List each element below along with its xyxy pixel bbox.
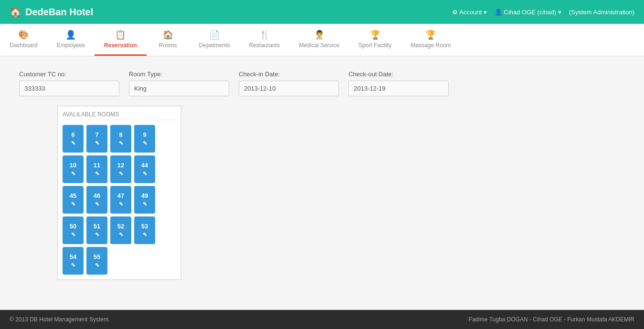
checkin-label: Check-in Date:	[239, 71, 339, 78]
customer-tc-group: Customer TC no:	[19, 71, 119, 96]
brand-title: DedeBan Hotel	[25, 7, 93, 18]
room-number: 55	[94, 253, 100, 260]
room-button-46[interactable]: 46✎	[86, 186, 107, 214]
edit-icon: ✎	[143, 232, 147, 238]
nav-item-restaurants[interactable]: 🍴 Restaurants	[240, 24, 290, 56]
edit-icon: ✎	[119, 140, 123, 146]
room-button-12[interactable]: 12✎	[110, 155, 131, 183]
rooms-icon: 🏠	[163, 30, 173, 40]
nav-label-restaurants: Restaurants	[249, 42, 280, 49]
room-number: 11	[94, 162, 100, 169]
employees-icon: 👤	[65, 30, 76, 40]
edit-icon: ✎	[95, 140, 99, 146]
edit-icon: ✎	[95, 201, 99, 207]
edit-icon: ✎	[143, 140, 147, 146]
edit-icon: ✎	[71, 171, 75, 177]
nav-item-reservation[interactable]: 📋 Reservation	[95, 24, 147, 56]
room-button-47[interactable]: 47✎	[110, 186, 131, 214]
form-row: Customer TC no: Room Type: Check-in Date…	[19, 71, 625, 96]
customer-tc-label: Customer TC no:	[19, 71, 119, 78]
customer-tc-input[interactable]	[19, 81, 119, 96]
room-number: 47	[117, 192, 124, 199]
edit-icon: ✎	[95, 262, 99, 268]
checkout-input[interactable]	[348, 81, 449, 96]
user-dropdown[interactable]: 👤 Cihad OGE (cihad) ▾	[495, 9, 561, 16]
edit-icon: ✎	[119, 201, 123, 207]
room-button-51[interactable]: 51✎	[86, 216, 107, 244]
checkout-group: Check-out Date:	[348, 71, 449, 96]
edit-icon: ✎	[95, 171, 99, 177]
room-button-49[interactable]: 49✎	[134, 186, 155, 214]
room-button-45[interactable]: 45✎	[63, 186, 84, 214]
room-number: 53	[141, 223, 148, 230]
room-button-7[interactable]: 7✎	[86, 125, 107, 153]
room-button-53[interactable]: 53✎	[134, 216, 155, 244]
room-button-11[interactable]: 11✎	[86, 155, 107, 183]
room-number: 7	[95, 131, 98, 138]
header-right: ⚙ Account ▾ 👤 Cihad OGE (cihad) ▾ (Syste…	[452, 9, 634, 16]
nav-item-employees[interactable]: 👤 Employees	[47, 24, 95, 56]
room-button-54[interactable]: 54✎	[63, 247, 84, 275]
sport-icon: 🏆	[370, 30, 380, 40]
checkin-input[interactable]	[239, 81, 339, 96]
room-number: 49	[141, 192, 148, 199]
room-button-44[interactable]: 44✎	[134, 155, 155, 183]
room-type-group: Room Type:	[129, 71, 229, 96]
available-rooms-panel: AVALILABLE ROOMS 6✎7✎8✎9✎10✎11✎12✎44✎45✎…	[57, 106, 181, 280]
room-button-50[interactable]: 50✎	[63, 216, 84, 244]
room-number: 6	[71, 131, 74, 138]
edit-icon: ✎	[95, 232, 99, 238]
nav-item-depatments[interactable]: 📄 Depatments	[190, 24, 240, 56]
checkout-label: Check-out Date:	[348, 71, 449, 78]
nav-label-medical: Medical Service	[299, 42, 339, 49]
edit-icon: ✎	[71, 262, 75, 268]
room-number: 9	[143, 131, 146, 138]
edit-icon: ✎	[71, 140, 75, 146]
nav-label-reservation: Reservation	[104, 42, 137, 49]
nav-item-medical[interactable]: 👨‍⚕️ Medical Service	[289, 24, 349, 56]
footer: © 2013 DB Hotel Management System. Fadim…	[0, 310, 644, 329]
room-number: 46	[94, 192, 100, 199]
room-type-label: Room Type:	[129, 71, 229, 78]
room-number: 45	[70, 192, 76, 199]
room-type-input[interactable]	[129, 81, 229, 96]
room-button-55[interactable]: 55✎	[86, 247, 107, 275]
room-number: 12	[117, 162, 124, 169]
rooms-grid: 6✎7✎8✎9✎10✎11✎12✎44✎45✎46✎47✎49✎50✎51✎52…	[63, 125, 176, 275]
room-number: 51	[94, 223, 100, 230]
edit-icon: ✎	[119, 171, 123, 177]
nav-label-rooms: Rooms	[159, 42, 177, 49]
reservation-icon: 📋	[115, 30, 126, 40]
footer-left: © 2013 DB Hotel Management System.	[10, 316, 110, 323]
nav-item-sport[interactable]: 🏆 Sport Facility	[349, 24, 401, 56]
nav-item-massage[interactable]: 🏆 Massage Room	[401, 24, 460, 56]
edit-icon: ✎	[143, 171, 147, 177]
massage-icon: 🏆	[425, 30, 436, 40]
room-number: 8	[119, 131, 122, 138]
medical-icon: 👨‍⚕️	[314, 30, 325, 40]
room-button-9[interactable]: 9✎	[134, 125, 155, 153]
edit-icon: ✎	[71, 232, 75, 238]
room-button-8[interactable]: 8✎	[110, 125, 131, 153]
room-button-6[interactable]: 6✎	[63, 125, 84, 153]
room-number: 10	[70, 162, 76, 169]
room-button-10[interactable]: 10✎	[63, 155, 84, 183]
nav-item-dashboard[interactable]: 🎨 Dashboard	[0, 24, 47, 56]
edit-icon: ✎	[71, 201, 75, 207]
role-label: (System Administration)	[569, 9, 634, 16]
restaurants-icon: 🍴	[259, 30, 270, 40]
nav-item-rooms[interactable]: 🏠 Rooms	[147, 24, 190, 56]
available-rooms-title: AVALILABLE ROOMS	[63, 111, 176, 120]
nav-label-dashboard: Dashboard	[10, 42, 38, 49]
nav-label-employees: Employees	[57, 42, 85, 49]
main-content: Customer TC no: Room Type: Check-in Date…	[0, 56, 644, 310]
checkin-group: Check-in Date:	[239, 71, 339, 96]
edit-icon: ✎	[143, 201, 147, 207]
nav-label-sport: Sport Facility	[359, 42, 391, 49]
room-button-52[interactable]: 52✎	[110, 216, 131, 244]
nav-label-depatments: Depatments	[199, 42, 230, 49]
home-icon: 🏠	[10, 6, 21, 18]
dashboard-icon: 🎨	[18, 30, 29, 40]
account-dropdown[interactable]: ⚙ Account ▾	[452, 9, 487, 16]
footer-right: Fadime Tugba DOGAN - Cihad OGE - Furkan …	[469, 316, 634, 323]
